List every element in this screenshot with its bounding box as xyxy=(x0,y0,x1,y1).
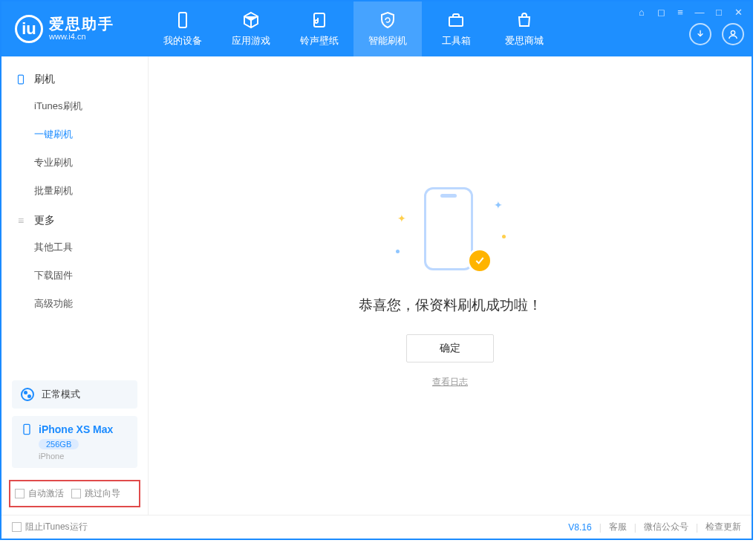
checkbox-label: 跳过向导 xyxy=(85,487,120,500)
success-message: 恭喜您，保资料刷机成功啦！ xyxy=(359,296,542,315)
app-window: iu 爱思助手 www.i4.cn 我的设备 应用游戏 铃声壁纸 智能刷机 xyxy=(0,0,753,540)
checkbox-skip-guide[interactable]: 跳过向导 xyxy=(71,487,120,500)
sidebar-item-oneclick-flash[interactable]: 一键刷机 xyxy=(1,120,148,149)
ok-button[interactable]: 确定 xyxy=(406,334,494,362)
sidebar-item-itunes-flash[interactable]: iTunes刷机 xyxy=(1,92,148,120)
toolbox-icon xyxy=(446,10,466,30)
maximize-button[interactable]: □ xyxy=(713,6,725,18)
list-icon: ≡ xyxy=(15,215,27,227)
user-button[interactable] xyxy=(722,23,744,45)
check-update-link[interactable]: 检查更新 xyxy=(706,521,741,533)
checkbox-label: 阻止iTunes运行 xyxy=(25,521,88,533)
nav-tabs: 我的设备 应用游戏 铃声壁纸 智能刷机 工具箱 爱思商城 xyxy=(149,1,558,56)
checkbox-auto-activate[interactable]: 自动激活 xyxy=(15,487,64,500)
svg-rect-4 xyxy=(19,75,24,84)
tab-store[interactable]: 爱思商城 xyxy=(490,1,558,56)
sparkle-icon: ✦ xyxy=(494,199,503,211)
device-mode[interactable]: 正常模式 xyxy=(12,380,137,409)
device-card[interactable]: iPhone XS Max 256GB iPhone xyxy=(12,416,137,468)
svg-rect-5 xyxy=(24,424,30,434)
wechat-link[interactable]: 微信公众号 xyxy=(644,521,688,533)
sidebar-item-advanced[interactable]: 高级功能 xyxy=(1,290,148,318)
sidebar: 刷机 iTunes刷机 一键刷机 专业刷机 批量刷机 ≡ 更多 其他工具 下载固… xyxy=(1,56,149,515)
bag-icon xyxy=(515,10,534,30)
music-file-icon xyxy=(310,10,329,30)
svg-point-3 xyxy=(731,30,734,34)
minimize-button[interactable]: — xyxy=(694,6,706,18)
tab-my-device[interactable]: 我的设备 xyxy=(149,1,217,56)
app-name: 爱思助手 xyxy=(49,16,114,31)
tab-label: 工具箱 xyxy=(442,34,471,48)
group-label: 更多 xyxy=(34,214,55,227)
download-button[interactable] xyxy=(689,23,711,45)
sidebar-item-other-tools[interactable]: 其他工具 xyxy=(1,233,148,261)
logo-icon: iu xyxy=(15,15,43,43)
dot-icon xyxy=(396,250,400,253)
checkbox-icon xyxy=(15,489,25,498)
phone-icon xyxy=(173,10,192,30)
check-badge-icon xyxy=(467,248,492,273)
sidebar-item-pro-flash[interactable]: 专业刷机 xyxy=(1,149,148,177)
phone-illustration-icon xyxy=(424,187,473,270)
sidebar-group-more: ≡ 更多 xyxy=(1,205,148,233)
support-link[interactable]: 客服 xyxy=(609,521,627,533)
sidebar-item-batch-flash[interactable]: 批量刷机 xyxy=(1,177,148,205)
svg-rect-2 xyxy=(449,17,463,26)
cube-icon xyxy=(241,10,261,30)
tab-label: 爱思商城 xyxy=(505,34,544,48)
device-phone-icon xyxy=(21,423,33,435)
checkbox-label: 自动激活 xyxy=(28,487,64,500)
device-storage: 256GB xyxy=(39,439,79,449)
tab-label: 智能刷机 xyxy=(368,34,407,48)
phone-outline-icon xyxy=(15,74,27,85)
app-url: www.i4.cn xyxy=(49,31,114,42)
checkbox-icon xyxy=(12,522,22,532)
logo: iu 爱思助手 www.i4.cn xyxy=(1,15,149,43)
window-buttons: ⌂ ◻ ≡ — □ ✕ xyxy=(689,13,752,45)
mode-label: 正常模式 xyxy=(42,388,80,401)
menu-icon[interactable]: ≡ xyxy=(674,6,686,18)
version-label: V8.16 xyxy=(568,522,591,533)
main-content: ✦ ✦ 恭喜您，保资料刷机成功啦！ 确定 查看日志 xyxy=(149,56,752,515)
mode-icon xyxy=(21,388,34,401)
device-type: iPhone xyxy=(39,452,128,461)
shield-refresh-icon xyxy=(378,10,397,30)
tab-ringtone-wallpaper[interactable]: 铃声壁纸 xyxy=(285,1,353,56)
view-log-link[interactable]: 查看日志 xyxy=(432,376,468,388)
tab-label: 铃声壁纸 xyxy=(300,34,339,48)
shirt-icon[interactable]: ⌂ xyxy=(636,6,648,18)
feedback-icon[interactable]: ◻ xyxy=(655,6,667,18)
tab-apps-games[interactable]: 应用游戏 xyxy=(217,1,285,56)
sparkle-icon: ✦ xyxy=(397,212,406,224)
success-illustration: ✦ ✦ xyxy=(394,183,506,279)
body: 刷机 iTunes刷机 一键刷机 专业刷机 批量刷机 ≡ 更多 其他工具 下载固… xyxy=(1,56,752,515)
tab-toolbox[interactable]: 工具箱 xyxy=(422,1,490,56)
sidebar-item-download-firmware[interactable]: 下载固件 xyxy=(1,261,148,290)
group-label: 刷机 xyxy=(34,73,55,86)
svg-rect-0 xyxy=(179,13,186,27)
bottom-options-highlight: 自动激活 跳过向导 xyxy=(9,480,140,507)
titlebar: iu 爱思助手 www.i4.cn 我的设备 应用游戏 铃声壁纸 智能刷机 xyxy=(1,1,752,56)
tab-smart-flash[interactable]: 智能刷机 xyxy=(353,1,422,56)
tab-label: 应用游戏 xyxy=(232,34,270,48)
status-bar: 阻止iTunes运行 V8.16 | 客服 | 微信公众号 | 检查更新 xyxy=(1,515,752,539)
device-name: iPhone XS Max xyxy=(39,423,113,435)
dot-icon xyxy=(502,235,506,238)
sidebar-group-flash: 刷机 xyxy=(1,64,148,92)
checkbox-icon xyxy=(71,489,81,498)
close-button[interactable]: ✕ xyxy=(732,6,744,18)
tab-label: 我的设备 xyxy=(163,34,202,48)
checkbox-block-itunes[interactable]: 阻止iTunes运行 xyxy=(12,521,88,533)
